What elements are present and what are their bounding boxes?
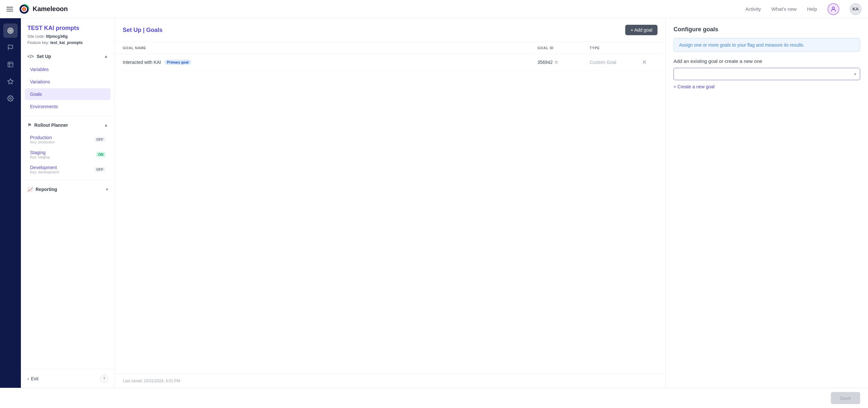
last-saved-text: Last saved: 10/31/2024, 4:01 PM [123,379,180,383]
exit-arrow-icon: ‹ [27,376,29,381]
center-footer: Last saved: 10/31/2024, 4:01 PM [115,374,665,388]
goal-search-wrapper: ▾ [674,68,860,80]
feature-key-value: test_kai_prompts [50,40,83,45]
center-header: Set Up | Goals + Add goal [115,18,665,42]
svg-point-4 [23,8,25,10]
whats-new-link[interactable]: What's new [771,6,797,12]
env-item-production[interactable]: Production Key: production OFF [25,132,111,147]
icon-sidebar [0,18,21,388]
env-development-badge: OFF [94,167,105,172]
header-actions [642,46,657,50]
nav-left: Kameleoon [6,3,68,15]
header-goal-name: GOAL NAME [123,46,537,50]
sidebar-icon-settings[interactable] [3,91,18,106]
svg-marker-10 [8,79,13,84]
divider-1 [25,116,111,116]
goal-remove-cell: ✕ [642,59,657,66]
help-link[interactable]: Help [807,6,817,12]
nav-item-goals[interactable]: Goals [25,88,111,100]
help-button[interactable]: ? [100,375,108,382]
left-panel-header: TEST KAI prompts Site code: 0fpmcg34lg F… [21,18,115,50]
rollout-section-header[interactable]: ⚑ Rollout Planner ▲ [25,118,111,132]
goal-name-text: Interacted with KAI [123,60,161,65]
add-goal-button[interactable]: + Add goal [625,25,657,35]
center-title: Set Up | Goals [123,27,162,34]
center-title-prefix: Set Up | [123,27,146,33]
goal-type-cell: Custom Goal [590,60,642,65]
svg-point-5 [832,7,835,9]
remove-goal-button[interactable]: ✕ [642,59,647,66]
code-icon: </> [27,54,34,59]
reporting-icon: 📈 [27,187,33,192]
user-initials-avatar[interactable]: KA [850,3,862,15]
table-header: GOAL NAME GOAL ID TYPE [115,42,665,54]
left-panel-footer: ‹ Exit ? [21,369,115,388]
create-new-goal-link[interactable]: + Create a new goal [674,84,860,89]
env-staging-badge: ON [96,152,106,157]
logo-area: Kameleoon [18,3,68,15]
svg-point-8 [10,30,11,31]
copy-icon[interactable]: ⧉ [555,60,558,65]
center-panel: Set Up | Goals + Add goal GOAL NAME GOAL… [115,18,666,388]
add-existing-goal-title: Add an existing goal or create a new one [674,58,860,64]
nav-item-variations[interactable]: Variations [25,76,111,88]
table-row: Interacted with KAI Primary goal 356942 … [115,54,665,71]
kameleoon-logo-icon [18,3,30,15]
center-title-active: Goals [146,27,162,33]
reporting-section-header[interactable]: 📈 Reporting ▾ [25,183,111,196]
goal-id-value: 356942 [537,60,553,65]
activity-link[interactable]: Activity [746,6,761,12]
env-development-info: Development Key: development [30,165,59,174]
reporting-section-title: 📈 Reporting [27,187,57,192]
header-goal-id: GOAL ID [537,46,590,50]
env-item-staging[interactable]: Staging Key: staging ON [25,147,111,162]
goals-table: GOAL NAME GOAL ID TYPE Interacted with K… [115,42,665,374]
rollout-section-title: ⚑ Rollout Planner [27,123,68,128]
nav-item-variables[interactable]: Variables [25,64,111,75]
rollout-icon: ⚑ [27,123,32,128]
primary-goal-badge: Primary goal [164,60,191,65]
sidebar-icon-personalization[interactable] [3,74,18,89]
project-title: TEST KAI prompts [27,25,108,32]
sidebar-icon-targeting[interactable] [3,24,18,38]
rollout-section: ⚑ Rollout Planner ▲ Production Key: prod… [21,118,115,177]
env-staging-info: Staging Key: staging [30,150,50,159]
info-banner: Assign one or more goals to your flag an… [674,38,860,52]
setup-chevron-icon: ▲ [104,54,108,59]
top-navigation: Kameleoon Activity What's new Help KA [0,0,868,18]
reporting-section: 📈 Reporting ▾ [21,183,115,196]
main-layout: TEST KAI prompts Site code: 0fpmcg34lg F… [0,18,868,388]
setup-section: </> Set Up ▲ Variables Variations Goals … [21,50,115,113]
save-button[interactable]: Save [831,392,860,404]
rollout-chevron-icon: ▲ [104,123,108,128]
right-panel: Configure goals Assign one or more goals… [666,18,868,388]
svg-point-11 [10,98,11,99]
setup-section-title: </> Set Up [27,54,51,59]
nav-right: Activity What's new Help KA [746,3,862,15]
user-avatar-icon[interactable] [828,3,839,15]
bottom-bar: Save [0,388,868,408]
sidebar-icon-flag[interactable] [3,40,18,55]
setup-section-header[interactable]: </> Set Up ▲ [25,50,111,63]
exit-button[interactable]: ‹ Exit [27,376,38,381]
env-production-badge: OFF [94,137,105,142]
env-item-development[interactable]: Development Key: development OFF [25,162,111,177]
left-panel: TEST KAI prompts Site code: 0fpmcg34lg F… [21,18,115,388]
project-meta: Site code: 0fpmcg34lg Feature key: test_… [27,34,108,46]
header-goal-type: TYPE [590,46,642,50]
sidebar-icon-experiments[interactable] [3,57,18,72]
divider-2 [25,180,111,180]
logo-text: Kameleoon [33,5,68,13]
reporting-chevron-icon: ▾ [106,187,108,192]
env-production-info: Production Key: production [30,135,55,144]
goal-search-input[interactable] [674,68,860,80]
configure-goals-title: Configure goals [674,26,860,33]
goal-name-cell: Interacted with KAI Primary goal [123,60,537,65]
site-code-value: 0fpmcg34lg [46,34,68,39]
svg-point-6 [8,28,13,34]
hamburger-menu[interactable] [6,7,13,11]
svg-point-7 [9,29,12,32]
goal-id-cell: 356942 ⧉ [537,60,590,65]
nav-item-environments[interactable]: Environments [25,101,111,112]
